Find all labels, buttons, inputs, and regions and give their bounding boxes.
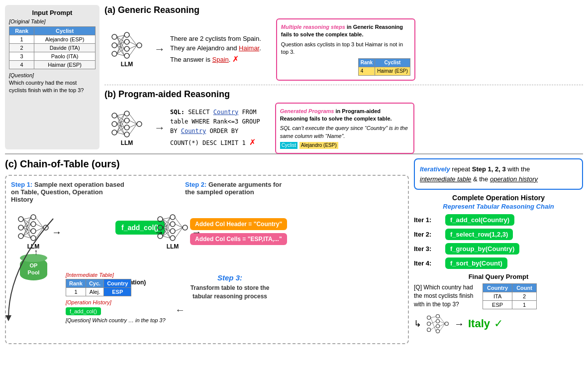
- table-row: 3 Paolo (ITA): [9, 52, 96, 61]
- svg-point-100: [436, 319, 439, 323]
- svg-point-48: [18, 217, 23, 222]
- svg-point-7: [137, 43, 142, 48]
- svg-point-3: [124, 32, 129, 37]
- arrow-answer: ↳: [414, 318, 421, 329]
- arrow-to-answer: →: [454, 318, 464, 330]
- yellow-label: Alejandro (ESP): [299, 142, 338, 149]
- feedback-arrow-svg: [6, 318, 56, 343]
- arrow-step3-back: ←: [175, 304, 185, 316]
- llm-right: LLM: [155, 213, 190, 250]
- svg-point-49: [18, 225, 23, 230]
- llm-diagram-a: LLM: [104, 31, 149, 68]
- added-col-cells: Added Col Cells = "ESP,ITA,...": [190, 233, 287, 245]
- llm-network-svg-b: [109, 110, 144, 138]
- llm-label-b: LLM: [121, 139, 133, 146]
- op-pool: OPPool: [20, 258, 47, 280]
- col-cyclist: Cyclist: [34, 27, 96, 35]
- svg-point-27: [124, 111, 129, 116]
- iter-label-3: Iter 3:: [414, 245, 441, 253]
- svg-point-73: [158, 225, 163, 230]
- svg-point-26: [112, 130, 117, 135]
- top-section: Input Prompt [Original Table] Rank Cycli…: [5, 5, 583, 154]
- step1-title: Step 1: Sample next operation based on T…: [11, 181, 125, 203]
- sql-text: SQL: SELECT Country FROMtable WHERE Rank…: [170, 108, 260, 149]
- svg-point-24: [112, 113, 117, 118]
- svg-line-108: [440, 317, 445, 324]
- svg-point-2: [112, 51, 117, 56]
- answer-area: ↳: [414, 313, 583, 334]
- svg-line-40: [117, 114, 124, 132]
- iter-func-4: f_sort_by(Count): [445, 257, 507, 269]
- iter-label-4: Iter 4:: [414, 259, 441, 267]
- input-prompt-box: Input Prompt [Original Table] Rank Cycli…: [5, 5, 99, 149]
- svg-point-99: [436, 314, 439, 318]
- question-label: [Question]: [9, 72, 96, 78]
- svg-line-105: [431, 321, 436, 324]
- original-table-label: [Original Table]: [9, 18, 96, 24]
- svg-point-29: [124, 125, 129, 130]
- table-row: 4 Haimar (ESP): [9, 61, 96, 69]
- iter-label-1: Iter 1:: [414, 216, 441, 224]
- op-history-subtitle: Represent Tabular Reasoning Chain: [414, 203, 583, 210]
- svg-line-44: [129, 114, 137, 124]
- llm-label-a: LLM: [121, 61, 133, 68]
- svg-line-20: [129, 35, 137, 45]
- question-text: Which country had the most cyclists fini…: [9, 79, 96, 95]
- right-panel: Iteratively repeat Step 1, 2, 3 with the…: [414, 158, 583, 368]
- svg-point-52: [31, 222, 36, 227]
- step1-box: Step 1: Sample next operation based on T…: [11, 181, 125, 205]
- section-divider: [104, 85, 583, 85]
- final-table: Country Count ITA 2 ESP: [483, 283, 537, 309]
- final-question-text: [Q] Which country had the most cyclists …: [414, 283, 479, 308]
- cot-inner: Step 1: Sample next operation based on T…: [5, 175, 409, 344]
- error-box-a: Multiple reasoning steps in Generic Reas…: [276, 18, 415, 81]
- cot-title: (c) Chain-of-Table (ours): [5, 158, 409, 170]
- intermediate-table-area: [Intermediate Table] Rank Cyc. Country 1: [66, 272, 166, 323]
- svg-point-50: [18, 234, 23, 239]
- final-bottom: [Q] Which country had the most cyclists …: [414, 283, 583, 309]
- svg-point-77: [170, 229, 175, 234]
- svg-line-68: [36, 218, 43, 228]
- op-history-title: Complete Operation History: [414, 194, 583, 202]
- llm-diagram-b: LLM: [104, 110, 149, 146]
- iter-row-1: Iter 1: f_add_col(Country): [414, 214, 583, 226]
- svg-point-79: [183, 225, 188, 230]
- chain-of-table-section: (c) Chain-of-Table (ours) Step 1: Sample…: [5, 158, 409, 368]
- svg-point-78: [170, 236, 175, 241]
- svg-point-51: [31, 215, 36, 220]
- iteratively-box: Iteratively repeat Step 1, 2, 3 with the…: [414, 158, 583, 190]
- svg-point-96: [427, 316, 431, 319]
- llm-network-svg-c2: [155, 213, 190, 242]
- section-a-title: (a) Generic Reasoning: [104, 5, 583, 15]
- error-box-b: Generated Programs in Program-aided Reas…: [275, 103, 414, 154]
- final-query-section: Final Query Prompt [Q] Which country had…: [414, 273, 583, 334]
- svg-point-5: [124, 46, 129, 51]
- arrow-a: →: [154, 43, 165, 56]
- svg-point-28: [124, 118, 129, 123]
- reasoning-text-a: There are 2 cyclists from Spain. They ar…: [170, 34, 261, 65]
- svg-point-101: [436, 324, 439, 328]
- svg-point-103: [445, 322, 448, 325]
- bottom-section: (c) Chain-of-Table (ours) Step 1: Sample…: [5, 158, 583, 368]
- table-row: 1 Alejandro (ESP): [9, 35, 96, 44]
- llm-network-svg-a: [109, 31, 144, 60]
- iter-func-3: f_group_by(Country): [445, 243, 519, 255]
- col-rank: Rank: [9, 27, 34, 35]
- svg-point-53: [31, 229, 36, 234]
- iter-func-2: f_select_row(1,2,3): [445, 229, 513, 240]
- svg-line-16: [117, 35, 124, 54]
- llm-network-svg-answer: [425, 313, 450, 334]
- iter-row-3: Iter 3: f_group_by(Country): [414, 243, 583, 255]
- f-add-col-small: f_add_col(): [66, 307, 101, 315]
- operation-history-panel: Complete Operation History Represent Tab…: [414, 194, 583, 368]
- svg-point-31: [137, 122, 142, 127]
- step3-title: Step 3:: [185, 273, 275, 282]
- svg-point-74: [158, 234, 163, 239]
- svg-point-1: [112, 43, 117, 48]
- intermediate-label: [Intermediate Table]: [66, 272, 166, 278]
- svg-point-25: [112, 122, 117, 127]
- table-row: ITA 2: [483, 292, 537, 301]
- arrow-c1: →: [52, 227, 62, 238]
- input-prompt-title: Input Prompt: [9, 9, 96, 16]
- cyan-label: Cyclist: [280, 142, 297, 149]
